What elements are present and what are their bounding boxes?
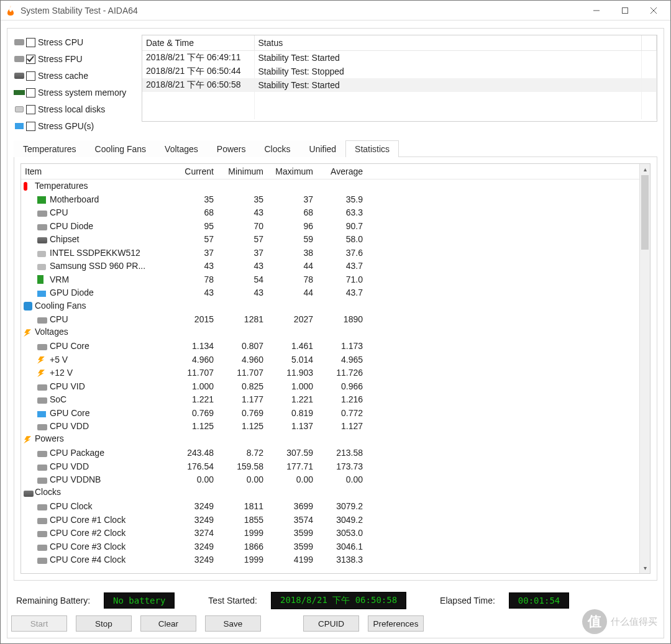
stat-max: 3574 (270, 513, 319, 527)
stat-row[interactable]: CPU Clock 3249 1811 3699 3079.2 (21, 500, 639, 514)
stress-stress-fpu[interactable]: Stress FPU (14, 52, 138, 66)
stat-current: 0.00 (170, 473, 220, 487)
tab-voltages[interactable]: Voltages (155, 140, 208, 157)
stress-stress-system-memory[interactable]: Stress system memory (14, 85, 138, 100)
stress-label: Stress system memory (38, 88, 126, 98)
group-cooling-fans[interactable]: Cooling Fans (21, 299, 639, 313)
stat-row[interactable]: GPU Diode 43 43 44 43.7 (21, 286, 639, 300)
stat-row[interactable]: CPU Package 243.48 8.72 307.59 213.58 (21, 447, 639, 460)
tab-statistics[interactable]: Statistics (345, 140, 399, 157)
scroll-up-icon[interactable]: ▴ (640, 164, 650, 175)
save-button[interactable]: Save (205, 615, 261, 632)
stat-row[interactable]: GPU Core 0.769 0.769 0.819 0.772 (21, 406, 639, 420)
stress-stress-cpu[interactable]: Stress CPU (14, 35, 138, 50)
preferences-button[interactable]: Preferences (368, 615, 424, 632)
stat-row[interactable]: CPU Core #2 Clock 3274 1999 3599 3053.0 (21, 527, 639, 540)
log-row[interactable]: 2018/8/21 下午 06:50:58Stability Test: Sta… (142, 78, 657, 92)
stat-row[interactable]: CPU 2015 1281 2027 1890 (21, 313, 639, 327)
stat-row[interactable]: CPU Core #3 Clock 3249 1866 3599 3046.1 (21, 540, 639, 553)
stress-checkbox[interactable] (26, 55, 35, 64)
maximize-button[interactable] (611, 1, 639, 20)
col-minimum[interactable]: Minimum (220, 164, 270, 179)
stat-current: 1.125 (170, 420, 220, 433)
stress-options: Stress CPU Stress FPU Stress cache Stres… (14, 35, 138, 134)
stat-row[interactable]: VRM 78 54 78 71.0 (21, 273, 639, 286)
stat-max: 4199 (270, 553, 319, 567)
stat-name: CPU Core #4 Clock (50, 555, 126, 565)
tab-cooling-fans[interactable]: Cooling Fans (86, 140, 156, 157)
stat-name: VRM (50, 274, 69, 284)
tab-powers[interactable]: Powers (208, 140, 255, 157)
clear-button[interactable]: Clear (140, 615, 196, 632)
motherboard-icon (37, 196, 47, 204)
stat-row[interactable]: CPU VID 1.000 0.825 1.000 0.966 (21, 379, 639, 393)
stat-row[interactable]: +5 V 4.960 4.960 5.014 4.965 (21, 353, 639, 366)
stat-current: 35 (170, 193, 220, 206)
col-average[interactable]: Average (319, 164, 369, 179)
group-powers[interactable]: Powers (21, 433, 639, 447)
stat-row[interactable]: INTEL SSDPEKKW512 37 37 38 37.6 (21, 246, 639, 260)
chip-icon (37, 463, 47, 471)
chip-icon (37, 502, 47, 511)
stat-row[interactable]: CPU VDD 176.54 159.58 177.71 173.73 (21, 460, 639, 473)
tab-temperatures[interactable]: Temperatures (14, 140, 86, 157)
log-header-datetime[interactable]: Date & Time (142, 35, 254, 51)
stat-min: 1866 (220, 540, 270, 553)
cpuid-button[interactable]: CPUID (303, 615, 359, 632)
stat-row[interactable]: Motherboard 35 35 37 35.9 (21, 193, 639, 206)
log-row[interactable]: 2018/8/21 下午 06:49:11Stability Test: Sta… (142, 51, 657, 65)
stat-min: 1.125 (220, 420, 270, 433)
event-log[interactable]: Date & Time Status 2018/8/21 下午 06:49:11… (142, 35, 657, 122)
stress-stress-gpu-s-[interactable]: Stress GPU(s) (14, 119, 138, 134)
stress-checkbox[interactable] (26, 38, 35, 47)
stop-button[interactable]: Stop (76, 615, 132, 632)
stat-row[interactable]: CPU Core #4 Clock 3249 1999 4199 3138.3 (21, 553, 639, 567)
titlebar[interactable]: System Stability Test - AIDA64 (1, 1, 670, 20)
stat-name: CPU Core #2 Clock (50, 528, 126, 538)
close-button[interactable] (639, 1, 668, 20)
stat-row[interactable]: Chipset 57 57 59 58.0 (21, 233, 639, 247)
stat-row[interactable]: +12 V 11.707 11.707 11.903 11.726 (21, 366, 639, 380)
stress-checkbox[interactable] (26, 122, 35, 131)
stress-stress-cache[interactable]: Stress cache (14, 68, 138, 83)
stat-row[interactable]: CPU Diode 95 70 96 90.7 (21, 219, 639, 233)
stat-row[interactable]: Samsung SSD 960 PR... 43 43 44 43.7 (21, 260, 639, 273)
stress-checkbox[interactable] (26, 105, 35, 114)
tab-unified[interactable]: Unified (300, 140, 346, 157)
start-button[interactable]: Start (11, 615, 67, 632)
stat-row[interactable]: CPU Core #1 Clock 3249 1855 3574 3049.2 (21, 513, 639, 527)
col-maximum[interactable]: Maximum (270, 164, 319, 179)
statistics-table[interactable]: Item Current Minimum Maximum Average Tem… (21, 164, 639, 573)
scroll-thumb[interactable] (641, 175, 649, 250)
group-label: Cooling Fans (35, 301, 86, 311)
group-temperatures[interactable]: Temperatures (21, 179, 639, 193)
stress-checkbox[interactable] (26, 71, 35, 81)
stat-row[interactable]: CPU VDDNB 0.00 0.00 0.00 0.00 (21, 473, 639, 487)
stat-row[interactable]: CPU Core 1.134 0.807 1.461 1.173 (21, 340, 639, 353)
stat-row[interactable]: CPU VDD 1.125 1.125 1.137 1.127 (21, 420, 639, 433)
tab-clocks[interactable]: Clocks (255, 140, 300, 157)
col-item[interactable]: Item (21, 164, 170, 179)
group-voltages[interactable]: Voltages (21, 326, 639, 340)
col-current[interactable]: Current (170, 164, 220, 179)
stat-name: CPU Core (50, 341, 89, 351)
stat-current: 1.134 (170, 340, 220, 353)
stat-avg: 58.0 (319, 233, 369, 247)
log-header-status[interactable]: Status (254, 35, 642, 51)
ssd-icon (37, 262, 47, 271)
stat-row[interactable]: CPU 68 43 68 63.3 (21, 206, 639, 220)
scroll-down-icon[interactable]: ▾ (640, 563, 650, 573)
stat-current: 43 (170, 260, 220, 273)
group-clocks[interactable]: Clocks (21, 486, 639, 500)
stress-stress-local-disks[interactable]: Stress local disks (14, 102, 138, 117)
stat-min: 54 (220, 273, 270, 286)
stat-row[interactable]: SoC 1.221 1.177 1.221 1.216 (21, 393, 639, 407)
chipset-icon (37, 235, 47, 244)
stat-avg: 4.965 (319, 353, 369, 366)
log-row[interactable]: 2018/8/21 下午 06:50:44Stability Test: Sto… (142, 65, 657, 78)
stress-checkbox[interactable] (26, 88, 35, 98)
minimize-button[interactable] (582, 1, 611, 20)
vrm-icon (37, 275, 47, 284)
scrollbar[interactable]: ▴ ▾ (639, 164, 650, 573)
started-label: Test Started: (208, 596, 257, 605)
